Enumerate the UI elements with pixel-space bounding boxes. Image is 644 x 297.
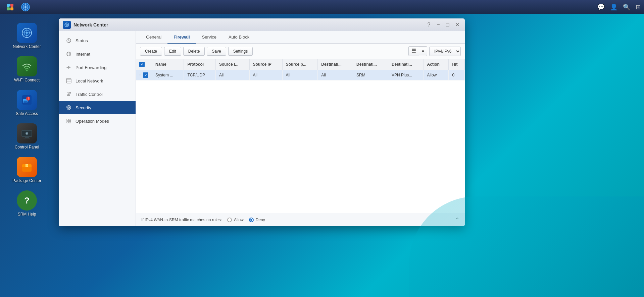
search-taskbar-icon[interactable]: 🔍 <box>623 3 630 11</box>
srm-help-label: SRM Help <box>18 212 36 217</box>
row-protocol: TCP/UDP <box>184 70 216 80</box>
sidebar-item-operation-modes[interactable]: Operation Modes <box>59 114 136 128</box>
row-name: System ... <box>152 70 184 80</box>
deny-radio[interactable] <box>249 218 254 222</box>
header-checkbox[interactable]: ✓ <box>139 62 145 67</box>
tabs-bar: General Firewall Service Auto Block <box>136 31 465 44</box>
desktop-icon-wifi-connect[interactable]: Wi-Fi Connect <box>7 54 47 84</box>
desktop-icon-package-center[interactable]: Package Center <box>7 155 47 185</box>
row-dest3: VPN Plus... <box>388 70 424 80</box>
network-center-app-icon <box>17 23 37 43</box>
svg-rect-51 <box>412 50 416 51</box>
security-nav-label: Security <box>76 105 91 110</box>
svg-rect-49 <box>69 121 71 123</box>
sidebar-item-status[interactable]: Status <box>59 34 136 47</box>
svg-rect-23 <box>23 138 30 138</box>
traffic-control-icon <box>65 91 72 98</box>
col-name: Name <box>152 59 184 70</box>
row-source-ip: All <box>249 70 282 80</box>
port-forwarding-nav-label: Port Forwarding <box>76 65 106 70</box>
panels-icon[interactable]: ⊞ <box>636 3 641 11</box>
row-hit: 0 <box>449 70 465 80</box>
save-button[interactable]: Save <box>207 47 226 56</box>
taskbar-right: 💬 👤 🔍 ⊞ <box>597 3 641 11</box>
allow-radio[interactable] <box>227 218 232 222</box>
svg-point-25 <box>26 133 28 134</box>
sidebar-item-security[interactable]: Security <box>59 101 136 114</box>
col-source-i: Source I... <box>215 59 249 70</box>
grid-icon[interactable] <box>3 0 17 14</box>
control-panel-app-icon <box>17 123 37 143</box>
internet-nav-label: Internet <box>76 52 90 57</box>
desktop-icon-network-center[interactable]: Network Center <box>7 21 47 51</box>
tab-firewall[interactable]: Firewall <box>167 31 196 44</box>
settings-button[interactable]: Settings <box>228 47 253 56</box>
view-toggle[interactable]: ▼ <box>408 46 427 56</box>
col-enable: ✓ <box>136 59 152 70</box>
window-close-btn[interactable]: ✕ <box>453 21 461 28</box>
row-action: Allow <box>424 70 449 80</box>
window-body: Status Internet Port Forwarding Local Ne… <box>59 31 465 226</box>
row-dest1: All <box>318 70 353 80</box>
wifi-connect-app-icon <box>17 56 37 76</box>
desktop-icon-srm-help[interactable]: ? SRM Help <box>7 188 47 219</box>
window-maximize-btn[interactable]: □ <box>444 21 451 28</box>
col-action: Action <box>424 59 449 70</box>
tab-service[interactable]: Service <box>196 31 222 44</box>
row-checkbox[interactable]: ✓ <box>143 72 148 78</box>
tab-auto-block[interactable]: Auto Block <box>222 31 255 44</box>
bottom-bar-label: If IPv4 WAN-to-SRM traffic matches no ru… <box>141 218 222 222</box>
edit-button[interactable]: Edit <box>164 47 181 56</box>
col-hit: Hit <box>449 59 465 70</box>
package-center-app-icon <box>17 157 37 177</box>
col-dest3: Destinati... <box>388 59 424 70</box>
desktop-sidebar: Network Center Wi-Fi Connect ! Safe Acce… <box>0 14 54 297</box>
svg-rect-50 <box>412 49 416 50</box>
package-center-label: Package Center <box>12 178 41 183</box>
svg-rect-38 <box>66 78 71 83</box>
svg-rect-46 <box>67 119 68 121</box>
sidebar-item-internet[interactable]: Internet <box>59 47 136 61</box>
control-panel-label: Control Panel <box>15 145 39 150</box>
left-navigation: Status Internet Port Forwarding Local Ne… <box>59 31 136 226</box>
svg-text:!: ! <box>28 97 29 101</box>
ip-version-select[interactable]: IPv4/IPv6 IPv4 IPv6 <box>429 47 461 56</box>
col-protocol: Protocol <box>184 59 216 70</box>
delete-button[interactable]: Delete <box>183 47 205 56</box>
row-drag-handle: ⠿ ✓ <box>136 70 152 80</box>
desktop-icon-safe-access[interactable]: ! Safe Access <box>7 88 47 118</box>
svg-rect-48 <box>67 121 68 123</box>
network-center-window: Network Center ? − □ ✕ Status Internet <box>59 18 465 226</box>
wifi-connect-label: Wi-Fi Connect <box>14 78 40 82</box>
window-help-btn[interactable]: ? <box>425 21 433 28</box>
sidebar-item-local-network[interactable]: Local Network <box>59 74 136 87</box>
create-button[interactable]: Create <box>140 47 162 56</box>
port-forwarding-icon <box>65 64 72 71</box>
user-icon[interactable]: 👤 <box>610 3 617 11</box>
col-source-ip: Source IP <box>249 59 282 70</box>
window-titlebar: Network Center ? − □ ✕ <box>59 18 465 31</box>
local-network-icon <box>65 77 72 84</box>
operation-modes-nav-label: Operation Modes <box>76 119 109 124</box>
chat-icon[interactable]: 💬 <box>597 3 605 11</box>
view-icon <box>409 47 419 56</box>
srm-help-app-icon: ? <box>17 190 37 211</box>
view-dropdown-arrow[interactable]: ▼ <box>419 48 427 55</box>
traffic-control-nav-label: Traffic Control <box>76 92 103 97</box>
sidebar-item-traffic-control[interactable]: Traffic Control <box>59 87 136 101</box>
window-minimize-btn[interactable]: − <box>435 21 442 28</box>
desktop-icon-control-panel[interactable]: Control Panel <box>7 121 47 152</box>
network-center-label: Network Center <box>13 44 41 49</box>
svg-rect-3 <box>10 7 13 10</box>
content-toolbar: Create Edit Delete Save Settings ▼ IPv4/… <box>136 44 465 59</box>
bottom-bar-collapse-btn[interactable]: ⌃ <box>455 217 459 223</box>
taskbar: 💬 👤 🔍 ⊞ <box>0 0 644 14</box>
svg-rect-52 <box>412 52 416 53</box>
table-row[interactable]: ⠿ ✓ System ... TCP/UDP All All All All S… <box>136 70 465 80</box>
tab-general[interactable]: General <box>140 31 167 44</box>
network-center-taskbar-icon[interactable] <box>19 0 32 14</box>
deny-radio-group[interactable]: Deny <box>249 218 265 222</box>
allow-radio-group[interactable]: Allow <box>227 218 244 222</box>
sidebar-item-port-forwarding[interactable]: Port Forwarding <box>59 61 136 74</box>
svg-rect-19 <box>23 101 27 103</box>
